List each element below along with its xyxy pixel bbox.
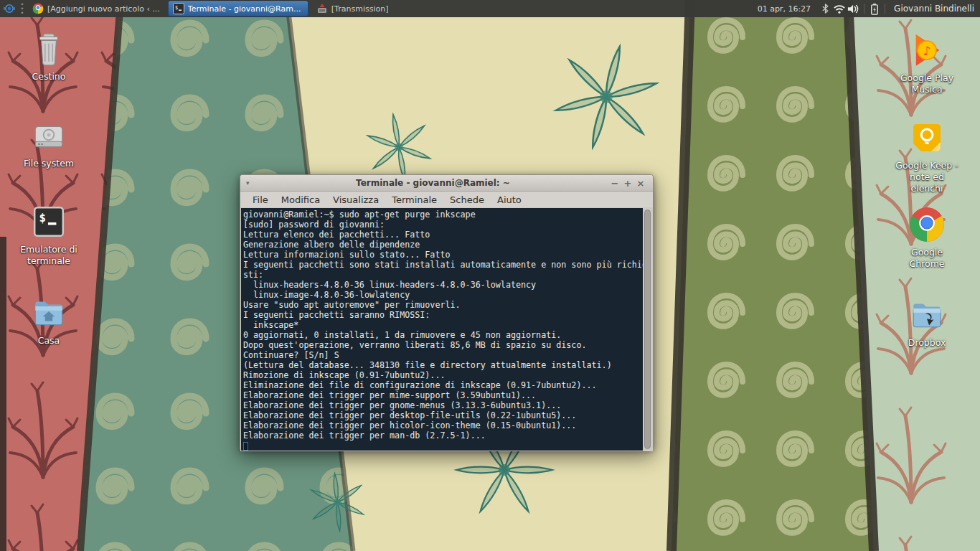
terminal-line: linux-image-4.8.0-36-lowlatency — [243, 290, 643, 300]
desktop-icon-label: Cestino — [32, 71, 66, 83]
terminal-content: giovanni@Ramiel:~$ sudo apt-get purge in… — [240, 207, 653, 451]
taskbar-button-transmission[interactable]: [Transmission] — [311, 1, 394, 17]
terminal-cursor-line — [243, 441, 643, 451]
desktop-icon-google-play-music[interactable]: ♪ Google Play Musica — [887, 32, 966, 95]
terminal-line: sti: — [243, 270, 643, 280]
desktop-icon-label: Google Chrome — [892, 247, 961, 270]
window-menu-icon[interactable]: ▾ — [246, 179, 258, 187]
window-title: Terminale - giovanni@Ramiel: ~ — [258, 178, 608, 188]
trash-icon — [30, 30, 67, 67]
menu-terminale[interactable]: Terminale — [385, 194, 443, 205]
terminal-line: linux-headers-4.8.0-36 linux-headers-4.8… — [243, 280, 643, 290]
terminal-line: inkscape* — [243, 320, 643, 330]
terminal-line: Lettura informazioni sullo stato... Fatt… — [243, 250, 643, 260]
terminal-line: (Lettura del database... 348130 file e d… — [243, 360, 643, 370]
terminal-titlebar[interactable]: ▾ Terminale - giovanni@Ramiel: ~ − + × — [240, 175, 653, 192]
terminal-icon: $ — [30, 203, 67, 240]
clock[interactable]: 01 apr, 16:27 — [750, 4, 818, 14]
desktop-icon-home[interactable]: Casa — [9, 294, 88, 347]
terminal-line: Elaborazione dei trigger per mime-suppor… — [243, 390, 643, 400]
terminal-line: Dopo quest'operazione, verranno liberati… — [243, 340, 643, 350]
taskbar-button-label: [Aggiungi nuovo articolo ‹ ... — [47, 4, 160, 14]
app-menu-button[interactable] — [0, 0, 19, 17]
taskbar-button-label: [Transmission] — [331, 4, 389, 14]
google-keep-icon — [908, 119, 946, 156]
menu-aiuto[interactable]: Aiuto — [491, 194, 528, 205]
desktop-icon-dropbox[interactable]: Dropbox — [887, 296, 966, 349]
panel-left-group: ••• [Aggiungi nuovo articolo ‹ ... $ — [0, 0, 395, 17]
terminal-line: Usare "sudo apt autoremove" per rimuover… — [243, 300, 643, 310]
desktop-icon-label: Casa — [38, 335, 60, 347]
taskbar-button-browser[interactable]: [Aggiungi nuovo articolo ‹ ... — [27, 1, 165, 17]
terminal-screen[interactable]: giovanni@Ramiel:~$ sudo apt-get purge in… — [241, 208, 643, 451]
terminal-line: [sudo] password di giovanni: — [243, 220, 643, 230]
wifi-icon[interactable] — [832, 0, 847, 17]
desktop-icon-google-keep[interactable]: Google Keep - note ed elenchi — [887, 119, 966, 194]
taskbar-button-label: Terminale - giovanni@Ram... — [188, 4, 301, 14]
taskbar-button-terminal[interactable]: $ Terminale - giovanni@Ram... — [168, 1, 308, 17]
terminal-line: Elaborazione dei trigger per desktop-fil… — [243, 410, 643, 420]
close-button[interactable]: × — [634, 175, 647, 192]
terminal-line: I seguenti pacchetti saranno RIMOSSI: — [243, 310, 643, 320]
harddisk-icon — [30, 117, 67, 154]
desktop-icon-google-chrome[interactable]: Google Chrome — [887, 206, 966, 270]
terminal-line: Eliminazione dei file di configurazione … — [243, 380, 643, 390]
svg-text:$: $ — [175, 5, 178, 11]
terminal-line: giovanni@Ramiel:~$ sudo apt-get purge in… — [243, 209, 643, 220]
terminal-line: Generazione albero delle dipendenze — [243, 240, 643, 250]
scrollbar-thumb[interactable] — [644, 209, 651, 449]
terminal-line: I seguenti pacchetti sono stati installa… — [243, 260, 643, 270]
chrome-icon — [908, 206, 946, 243]
terminal-line: Rimozione di inkscape (0.91-7ubuntu2)... — [243, 370, 643, 380]
terminal-window: ▾ Terminale - giovanni@Ramiel: ~ − + × F… — [240, 174, 654, 450]
top-panel: ••• [Aggiungi nuovo articolo ‹ ... $ — [0, 0, 980, 17]
panel-separator — [885, 4, 885, 14]
desktop-icon-label: Google Play Musica — [892, 72, 961, 95]
terminal-line: Continuare? [S/n] S — [243, 350, 643, 360]
battery-icon[interactable] — [867, 0, 882, 17]
dropbox-icon — [908, 296, 946, 334]
desktop-icon-filesystem[interactable]: File system — [9, 117, 88, 169]
google-play-music-icon: ♪ — [908, 32, 946, 69]
home-folder-icon — [30, 294, 67, 331]
desktop-icon-label: Emulatore di terminale — [14, 244, 83, 267]
bluetooth-icon[interactable] — [818, 0, 832, 17]
terminal-scrollbar[interactable] — [643, 208, 652, 451]
terminal-line: Lettura elenco dei pacchetti... Fatto — [243, 230, 643, 240]
menu-visualizza[interactable]: Visualizza — [326, 194, 385, 205]
session-user-menu[interactable]: Giovanni Bindinelli — [888, 4, 980, 14]
menu-schede[interactable]: Schede — [443, 194, 491, 205]
menu-file[interactable]: File — [246, 194, 275, 205]
volume-icon[interactable] — [847, 0, 861, 17]
desktop-icon-label: Dropbox — [908, 337, 946, 349]
terminal-line: Elaborazione dei trigger per hicolor-ico… — [243, 420, 643, 430]
desktop-icon-trash[interactable]: Cestino — [9, 30, 88, 83]
terminal-cursor — [243, 442, 248, 451]
svg-text:♪: ♪ — [923, 44, 931, 58]
app-menu-icon — [4, 3, 15, 14]
minimize-button[interactable]: − — [608, 175, 621, 192]
terminal-line: Elaborazione dei trigger per man-db (2.7… — [243, 430, 643, 441]
transmission-icon — [316, 3, 328, 14]
maximize-button[interactable]: + — [621, 175, 634, 192]
panel-right-group: 01 apr, 16:27 — [750, 0, 980, 17]
desktop-icon-label: File system — [24, 158, 74, 169]
desktop-icon-terminal-emulator[interactable]: $ Emulatore di terminale — [9, 203, 88, 267]
panel-handle[interactable]: ••• — [19, 2, 26, 15]
terminal-line: Elaborazione dei trigger per gnome-menus… — [243, 400, 643, 410]
menu-modifica[interactable]: Modifica — [275, 194, 326, 205]
chrome-icon — [32, 3, 44, 14]
panel-separator — [864, 4, 864, 14]
terminal-line: 0 aggiornati, 0 installati, 1 da rimuove… — [243, 330, 643, 340]
terminal-icon: $ — [173, 3, 184, 14]
terminal-menubar: File Modifica Visualizza Terminale Sched… — [240, 192, 653, 207]
svg-text:$: $ — [39, 212, 45, 225]
desktop-icon-label: Google Keep - note ed elenchi — [892, 160, 961, 194]
